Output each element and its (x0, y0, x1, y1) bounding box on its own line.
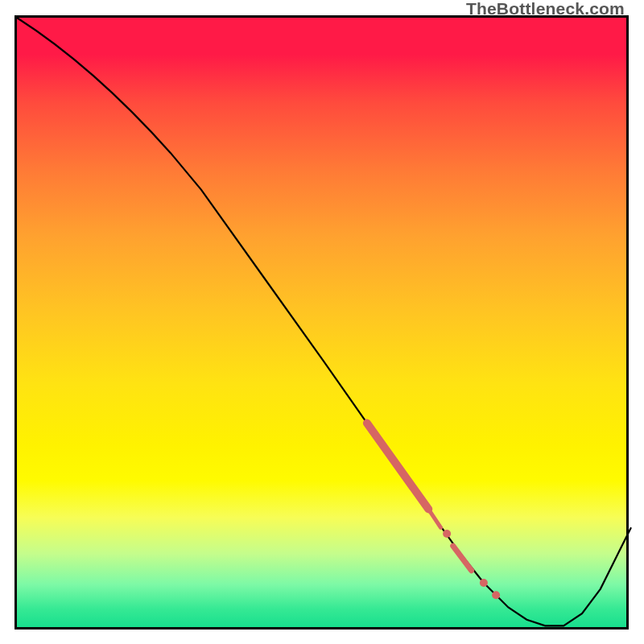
highlight-markers (367, 423, 500, 600)
bottleneck-curve (17, 18, 631, 625)
highlight-segment (428, 509, 440, 527)
highlight-dot (443, 530, 451, 538)
highlight-dot (480, 579, 488, 587)
plot-area (14, 15, 629, 630)
chart-container: TheBottleneck.com (0, 0, 644, 644)
highlight-dot (492, 591, 500, 599)
highlight-segment (453, 546, 472, 571)
highlight-segment (367, 423, 428, 510)
chart-svg (17, 18, 631, 632)
